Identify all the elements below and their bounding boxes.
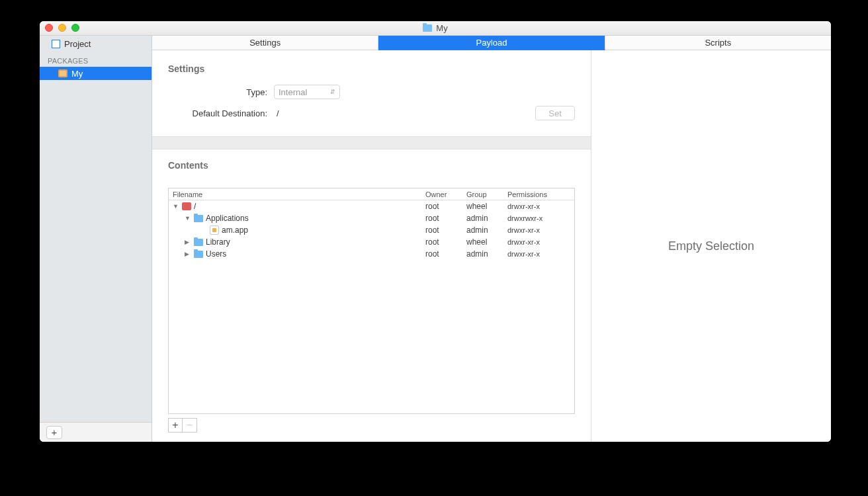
inspector-pane: Empty Selection	[591, 50, 831, 442]
cell-permissions: drwxr-xr-x	[507, 250, 574, 258]
destination-row: Default Destination: / Set	[168, 106, 575, 120]
filename-text: Library	[206, 237, 230, 247]
empty-selection-text: Empty Selection	[668, 239, 754, 253]
folder-icon	[194, 251, 203, 258]
sidebar-item-project[interactable]: Project	[40, 36, 152, 52]
section-divider	[152, 136, 591, 149]
cell-permissions: drwxr-xr-x	[507, 238, 574, 246]
type-select-value: Internal	[279, 87, 307, 97]
type-label: Type:	[168, 87, 274, 97]
sidebar: Project PACKAGES My +	[40, 36, 152, 442]
col-group[interactable]: Group	[466, 190, 507, 198]
settings-heading: Settings	[168, 63, 575, 74]
cell-owner: root	[425, 237, 466, 247]
contents-actions: + −	[168, 414, 575, 442]
remove-file-button[interactable]: −	[183, 418, 197, 433]
tab-label: Scripts	[705, 38, 731, 48]
center-pane: Settings Type: Internal ⇵ Default Destin…	[152, 50, 591, 442]
zoom-window-button[interactable]	[71, 24, 79, 32]
minimize-window-button[interactable]	[58, 24, 66, 32]
titlebar: My	[40, 21, 831, 36]
main-area: Settings Payload Scripts Settings Type:	[152, 36, 831, 442]
cell-permissions: drwxr-xr-x	[507, 226, 574, 234]
cell-filename: ▼Applications	[169, 214, 425, 223]
table-row[interactable]: am.approotadmindrwxr-xr-x	[169, 224, 574, 236]
destination-label: Default Destination:	[168, 108, 274, 118]
type-select[interactable]: Internal ⇵	[274, 85, 340, 99]
destination-value: /	[277, 108, 279, 118]
add-package-button[interactable]: +	[46, 426, 62, 439]
cell-group: admin	[466, 249, 507, 259]
cell-group: wheel	[466, 237, 507, 247]
project-icon	[52, 40, 60, 48]
sidebar-package-label: My	[71, 69, 83, 79]
cell-owner: root	[425, 249, 466, 259]
cell-group: admin	[466, 226, 507, 235]
set-destination-button[interactable]: Set	[535, 106, 575, 120]
window-title-text: My	[436, 23, 447, 33]
content-row: Settings Type: Internal ⇵ Default Destin…	[152, 50, 831, 442]
sidebar-bottom-bar: +	[40, 422, 152, 442]
add-file-button[interactable]: +	[168, 418, 183, 433]
col-filename[interactable]: Filename	[169, 190, 425, 198]
cell-owner: root	[425, 226, 466, 235]
plus-icon: +	[172, 420, 178, 431]
cell-group: wheel	[466, 202, 507, 211]
table-row[interactable]: ▼/rootwheeldrwxr-xr-x	[169, 200, 574, 212]
cell-filename: ▼/	[169, 202, 425, 211]
close-window-button[interactable]	[45, 24, 53, 32]
sidebar-section-packages: PACKAGES	[40, 52, 152, 67]
table-row[interactable]: ▶Usersrootadmindrwxr-xr-x	[169, 248, 574, 260]
folder-icon	[194, 239, 203, 246]
settings-block: Settings Type: Internal ⇵ Default Destin…	[152, 50, 591, 136]
tab-scripts[interactable]: Scripts	[605, 36, 831, 50]
app-icon	[210, 226, 219, 235]
contents-block: Contents Filename Owner Group Permission…	[152, 149, 591, 442]
cell-owner: root	[425, 214, 466, 223]
disclosure-triangle-icon[interactable]: ▼	[185, 215, 191, 222]
disclosure-triangle-icon[interactable]: ▶	[185, 239, 191, 245]
cell-filename: am.app	[169, 226, 425, 235]
package-icon	[58, 69, 67, 77]
plus-icon: +	[52, 427, 58, 437]
table-row[interactable]: ▶Libraryrootwheeldrwxr-xr-x	[169, 236, 574, 248]
cell-permissions: drwxr-xr-x	[507, 202, 574, 210]
disclosure-triangle-icon[interactable]: ▶	[185, 251, 191, 257]
tab-payload[interactable]: Payload	[378, 36, 605, 50]
cell-filename: ▶Library	[169, 237, 425, 247]
type-row: Type: Internal ⇵	[168, 85, 575, 99]
window-body: Project PACKAGES My + Settings	[40, 36, 831, 442]
table-row[interactable]: ▼Applicationsrootadmindrwxrwxr-x	[169, 212, 574, 224]
cell-filename: ▶Users	[169, 249, 425, 259]
tab-label: Settings	[249, 38, 281, 48]
sidebar-item-label: Project	[64, 39, 91, 49]
contents-heading: Contents	[168, 160, 575, 171]
cell-group: admin	[466, 214, 507, 223]
tabs: Settings Payload Scripts	[152, 36, 831, 50]
col-owner[interactable]: Owner	[425, 190, 466, 198]
tab-settings[interactable]: Settings	[152, 36, 378, 50]
table-header: Filename Owner Group Permissions	[169, 188, 574, 200]
tab-label: Payload	[476, 38, 507, 48]
root-icon	[182, 202, 191, 210]
cell-permissions: drwxrwxr-x	[507, 214, 574, 222]
traffic-lights	[45, 24, 79, 32]
folder-icon	[194, 215, 203, 222]
filename-text: /	[194, 202, 196, 211]
sidebar-package-my[interactable]: My	[40, 67, 152, 80]
disclosure-triangle-icon[interactable]: ▼	[173, 203, 179, 210]
filename-text: Applications	[206, 214, 249, 223]
filename-text: am.app	[222, 226, 248, 235]
app-window: My Project PACKAGES My +	[40, 21, 831, 442]
table-body: ▼/rootwheeldrwxr-xr-x▼Applicationsrootad…	[169, 200, 574, 413]
set-button-label: Set	[548, 108, 562, 118]
window-title: My	[423, 23, 447, 33]
filename-text: Users	[206, 249, 226, 259]
contents-table: Filename Owner Group Permissions ▼/rootw…	[168, 188, 575, 414]
col-permissions[interactable]: Permissions	[507, 190, 574, 198]
chevron-updown-icon: ⇵	[330, 89, 335, 95]
cell-owner: root	[425, 202, 466, 211]
minus-icon: −	[187, 420, 193, 431]
folder-icon	[423, 24, 432, 32]
